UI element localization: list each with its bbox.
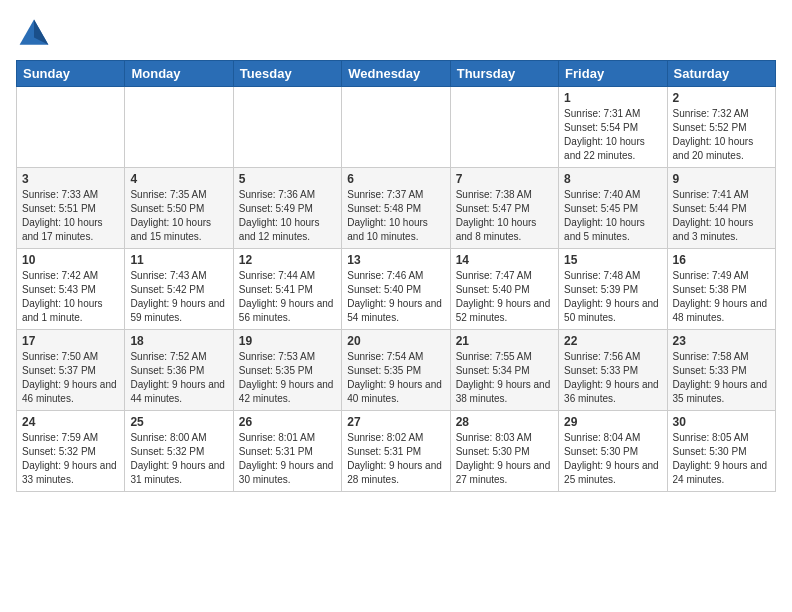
- day-number: 30: [673, 415, 770, 429]
- day-info: Sunrise: 7:44 AM Sunset: 5:41 PM Dayligh…: [239, 269, 336, 325]
- day-info: Sunrise: 7:41 AM Sunset: 5:44 PM Dayligh…: [673, 188, 770, 244]
- day-info: Sunrise: 7:33 AM Sunset: 5:51 PM Dayligh…: [22, 188, 119, 244]
- calendar-week-row: 24Sunrise: 7:59 AM Sunset: 5:32 PM Dayli…: [17, 411, 776, 492]
- day-number: 27: [347, 415, 444, 429]
- calendar-cell: 4Sunrise: 7:35 AM Sunset: 5:50 PM Daylig…: [125, 168, 233, 249]
- calendar-week-row: 3Sunrise: 7:33 AM Sunset: 5:51 PM Daylig…: [17, 168, 776, 249]
- calendar-cell: 21Sunrise: 7:55 AM Sunset: 5:34 PM Dayli…: [450, 330, 558, 411]
- calendar-cell: 12Sunrise: 7:44 AM Sunset: 5:41 PM Dayli…: [233, 249, 341, 330]
- calendar-cell: 30Sunrise: 8:05 AM Sunset: 5:30 PM Dayli…: [667, 411, 775, 492]
- day-info: Sunrise: 7:55 AM Sunset: 5:34 PM Dayligh…: [456, 350, 553, 406]
- day-number: 16: [673, 253, 770, 267]
- day-info: Sunrise: 8:04 AM Sunset: 5:30 PM Dayligh…: [564, 431, 661, 487]
- calendar-cell: 11Sunrise: 7:43 AM Sunset: 5:42 PM Dayli…: [125, 249, 233, 330]
- day-number: 21: [456, 334, 553, 348]
- calendar-cell: 17Sunrise: 7:50 AM Sunset: 5:37 PM Dayli…: [17, 330, 125, 411]
- day-of-week-header: Thursday: [450, 61, 558, 87]
- calendar-cell: 9Sunrise: 7:41 AM Sunset: 5:44 PM Daylig…: [667, 168, 775, 249]
- day-number: 23: [673, 334, 770, 348]
- day-number: 5: [239, 172, 336, 186]
- day-number: 14: [456, 253, 553, 267]
- day-number: 19: [239, 334, 336, 348]
- day-number: 10: [22, 253, 119, 267]
- day-number: 6: [347, 172, 444, 186]
- logo: [16, 16, 56, 52]
- day-info: Sunrise: 7:37 AM Sunset: 5:48 PM Dayligh…: [347, 188, 444, 244]
- day-info: Sunrise: 8:00 AM Sunset: 5:32 PM Dayligh…: [130, 431, 227, 487]
- day-number: 12: [239, 253, 336, 267]
- day-info: Sunrise: 7:48 AM Sunset: 5:39 PM Dayligh…: [564, 269, 661, 325]
- calendar-cell: 29Sunrise: 8:04 AM Sunset: 5:30 PM Dayli…: [559, 411, 667, 492]
- logo-icon: [16, 16, 52, 52]
- calendar-cell: [17, 87, 125, 168]
- day-info: Sunrise: 8:02 AM Sunset: 5:31 PM Dayligh…: [347, 431, 444, 487]
- day-of-week-header: Saturday: [667, 61, 775, 87]
- calendar-cell: 13Sunrise: 7:46 AM Sunset: 5:40 PM Dayli…: [342, 249, 450, 330]
- calendar-cell: 1Sunrise: 7:31 AM Sunset: 5:54 PM Daylig…: [559, 87, 667, 168]
- calendar-cell: 5Sunrise: 7:36 AM Sunset: 5:49 PM Daylig…: [233, 168, 341, 249]
- day-of-week-header: Monday: [125, 61, 233, 87]
- day-info: Sunrise: 8:01 AM Sunset: 5:31 PM Dayligh…: [239, 431, 336, 487]
- day-info: Sunrise: 7:58 AM Sunset: 5:33 PM Dayligh…: [673, 350, 770, 406]
- day-number: 7: [456, 172, 553, 186]
- calendar-cell: [450, 87, 558, 168]
- day-info: Sunrise: 7:38 AM Sunset: 5:47 PM Dayligh…: [456, 188, 553, 244]
- day-of-week-header: Tuesday: [233, 61, 341, 87]
- day-of-week-header: Sunday: [17, 61, 125, 87]
- day-info: Sunrise: 7:43 AM Sunset: 5:42 PM Dayligh…: [130, 269, 227, 325]
- day-info: Sunrise: 7:54 AM Sunset: 5:35 PM Dayligh…: [347, 350, 444, 406]
- day-number: 9: [673, 172, 770, 186]
- calendar-cell: 2Sunrise: 7:32 AM Sunset: 5:52 PM Daylig…: [667, 87, 775, 168]
- day-number: 3: [22, 172, 119, 186]
- calendar-cell: 7Sunrise: 7:38 AM Sunset: 5:47 PM Daylig…: [450, 168, 558, 249]
- calendar-week-row: 1Sunrise: 7:31 AM Sunset: 5:54 PM Daylig…: [17, 87, 776, 168]
- day-number: 26: [239, 415, 336, 429]
- calendar-table: SundayMondayTuesdayWednesdayThursdayFrid…: [16, 60, 776, 492]
- day-info: Sunrise: 8:03 AM Sunset: 5:30 PM Dayligh…: [456, 431, 553, 487]
- day-number: 11: [130, 253, 227, 267]
- day-of-week-header: Friday: [559, 61, 667, 87]
- day-info: Sunrise: 7:40 AM Sunset: 5:45 PM Dayligh…: [564, 188, 661, 244]
- calendar-cell: [233, 87, 341, 168]
- day-info: Sunrise: 7:32 AM Sunset: 5:52 PM Dayligh…: [673, 107, 770, 163]
- calendar-cell: 10Sunrise: 7:42 AM Sunset: 5:43 PM Dayli…: [17, 249, 125, 330]
- calendar-cell: 18Sunrise: 7:52 AM Sunset: 5:36 PM Dayli…: [125, 330, 233, 411]
- calendar-cell: [125, 87, 233, 168]
- day-number: 17: [22, 334, 119, 348]
- day-info: Sunrise: 7:42 AM Sunset: 5:43 PM Dayligh…: [22, 269, 119, 325]
- calendar-cell: 22Sunrise: 7:56 AM Sunset: 5:33 PM Dayli…: [559, 330, 667, 411]
- day-info: Sunrise: 7:47 AM Sunset: 5:40 PM Dayligh…: [456, 269, 553, 325]
- day-info: Sunrise: 7:31 AM Sunset: 5:54 PM Dayligh…: [564, 107, 661, 163]
- day-of-week-header: Wednesday: [342, 61, 450, 87]
- calendar-week-row: 10Sunrise: 7:42 AM Sunset: 5:43 PM Dayli…: [17, 249, 776, 330]
- day-number: 1: [564, 91, 661, 105]
- day-number: 28: [456, 415, 553, 429]
- day-number: 29: [564, 415, 661, 429]
- calendar-cell: 3Sunrise: 7:33 AM Sunset: 5:51 PM Daylig…: [17, 168, 125, 249]
- calendar-header-row: SundayMondayTuesdayWednesdayThursdayFrid…: [17, 61, 776, 87]
- day-info: Sunrise: 8:05 AM Sunset: 5:30 PM Dayligh…: [673, 431, 770, 487]
- calendar-cell: 20Sunrise: 7:54 AM Sunset: 5:35 PM Dayli…: [342, 330, 450, 411]
- day-info: Sunrise: 7:50 AM Sunset: 5:37 PM Dayligh…: [22, 350, 119, 406]
- calendar-cell: 19Sunrise: 7:53 AM Sunset: 5:35 PM Dayli…: [233, 330, 341, 411]
- calendar-cell: [342, 87, 450, 168]
- calendar-cell: 15Sunrise: 7:48 AM Sunset: 5:39 PM Dayli…: [559, 249, 667, 330]
- day-number: 22: [564, 334, 661, 348]
- day-number: 18: [130, 334, 227, 348]
- day-info: Sunrise: 7:53 AM Sunset: 5:35 PM Dayligh…: [239, 350, 336, 406]
- calendar-cell: 8Sunrise: 7:40 AM Sunset: 5:45 PM Daylig…: [559, 168, 667, 249]
- calendar-cell: 25Sunrise: 8:00 AM Sunset: 5:32 PM Dayli…: [125, 411, 233, 492]
- calendar-cell: 14Sunrise: 7:47 AM Sunset: 5:40 PM Dayli…: [450, 249, 558, 330]
- day-info: Sunrise: 7:36 AM Sunset: 5:49 PM Dayligh…: [239, 188, 336, 244]
- day-info: Sunrise: 7:49 AM Sunset: 5:38 PM Dayligh…: [673, 269, 770, 325]
- day-info: Sunrise: 7:56 AM Sunset: 5:33 PM Dayligh…: [564, 350, 661, 406]
- day-number: 24: [22, 415, 119, 429]
- day-info: Sunrise: 7:59 AM Sunset: 5:32 PM Dayligh…: [22, 431, 119, 487]
- day-number: 25: [130, 415, 227, 429]
- day-info: Sunrise: 7:35 AM Sunset: 5:50 PM Dayligh…: [130, 188, 227, 244]
- day-number: 4: [130, 172, 227, 186]
- calendar-week-row: 17Sunrise: 7:50 AM Sunset: 5:37 PM Dayli…: [17, 330, 776, 411]
- calendar-cell: 27Sunrise: 8:02 AM Sunset: 5:31 PM Dayli…: [342, 411, 450, 492]
- calendar-cell: 26Sunrise: 8:01 AM Sunset: 5:31 PM Dayli…: [233, 411, 341, 492]
- day-info: Sunrise: 7:52 AM Sunset: 5:36 PM Dayligh…: [130, 350, 227, 406]
